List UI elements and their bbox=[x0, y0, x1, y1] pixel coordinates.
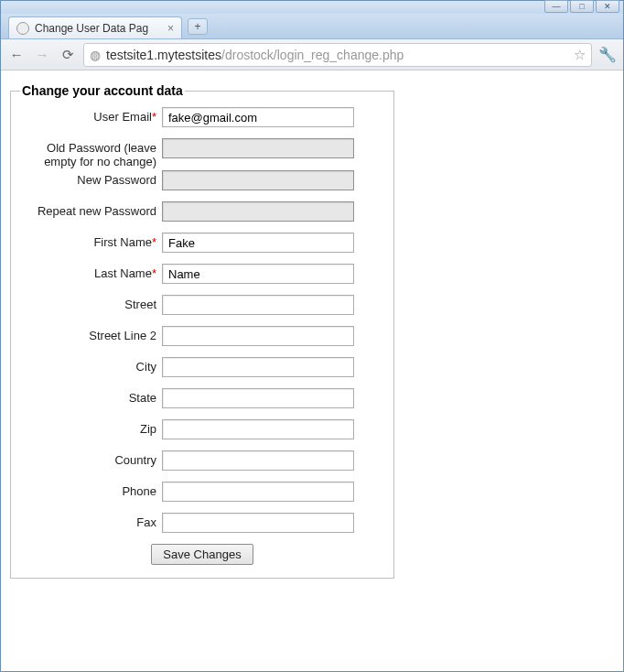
label-last-name: Last Name* bbox=[20, 264, 162, 280]
city-field[interactable] bbox=[162, 357, 354, 377]
label-country: Country bbox=[20, 450, 162, 467]
label-street: Street bbox=[20, 295, 162, 311]
label-phone: Phone bbox=[20, 482, 162, 498]
label-city: City bbox=[20, 357, 162, 374]
label-street2: Street Line 2 bbox=[20, 326, 162, 342]
tab-strip: Change User Data Pag × + bbox=[1, 14, 623, 39]
old-password-field[interactable] bbox=[162, 138, 354, 158]
save-changes-button[interactable]: Save Changes bbox=[151, 544, 253, 565]
tab-close-icon[interactable]: × bbox=[167, 22, 174, 35]
globe-icon bbox=[16, 22, 29, 35]
tab-title: Change User Data Pag bbox=[35, 22, 162, 35]
window-close-button[interactable]: ✕ bbox=[596, 0, 619, 13]
account-fieldset: Change your account data User Email* Old… bbox=[10, 83, 394, 579]
label-state: State bbox=[20, 388, 162, 405]
label-fax: Fax bbox=[20, 513, 162, 529]
label-repeat-password: Repeat new Password bbox=[20, 201, 162, 218]
window-maximize-button[interactable]: □ bbox=[570, 0, 594, 13]
page-content: Change your account data User Email* Old… bbox=[1, 70, 623, 671]
url-path: /drostock/login_reg_change.php bbox=[221, 48, 403, 62]
email-field[interactable] bbox=[162, 107, 354, 127]
window-controls: — □ ✕ bbox=[544, 0, 619, 13]
label-new-password: New Password bbox=[20, 170, 162, 187]
label-old-password: Old Password (leave empty for no change) bbox=[20, 138, 162, 168]
label-zip: Zip bbox=[20, 419, 162, 436]
street-field[interactable] bbox=[162, 295, 354, 315]
wrench-menu-icon[interactable]: 🔧 bbox=[597, 45, 618, 65]
address-bar[interactable]: ◍ testsite1.mytestsites/drostock/login_r… bbox=[83, 43, 592, 67]
url-text: testsite1.mytestsites/drostock/login_reg… bbox=[106, 48, 568, 62]
street2-field[interactable] bbox=[162, 326, 354, 346]
country-field[interactable] bbox=[162, 450, 354, 471]
zip-field[interactable] bbox=[162, 419, 354, 439]
bookmark-star-icon[interactable]: ☆ bbox=[574, 47, 586, 63]
back-button[interactable]: ← bbox=[6, 45, 27, 65]
browser-window: — □ ✕ Change User Data Pag × + ← → ⟳ ◍ t… bbox=[0, 0, 624, 672]
fieldset-legend: Change your account data bbox=[20, 83, 185, 98]
repeat-password-field[interactable] bbox=[162, 201, 354, 222]
browser-toolbar: ← → ⟳ ◍ testsite1.mytestsites/drostock/l… bbox=[1, 39, 623, 70]
state-field[interactable] bbox=[162, 388, 354, 408]
label-email: User Email* bbox=[20, 107, 162, 124]
first-name-field[interactable] bbox=[162, 233, 354, 253]
window-titlebar: — □ ✕ bbox=[1, 1, 623, 14]
new-tab-button[interactable]: + bbox=[188, 18, 208, 35]
fax-field[interactable] bbox=[162, 513, 354, 533]
window-minimize-button[interactable]: — bbox=[544, 0, 568, 13]
last-name-field[interactable] bbox=[162, 264, 354, 284]
browser-tab[interactable]: Change User Data Pag × bbox=[8, 16, 182, 38]
reload-button[interactable]: ⟳ bbox=[58, 45, 78, 65]
label-first-name: First Name* bbox=[20, 233, 162, 249]
forward-button[interactable]: → bbox=[32, 45, 52, 65]
phone-field[interactable] bbox=[162, 482, 354, 502]
globe-icon: ◍ bbox=[90, 48, 101, 62]
new-password-field[interactable] bbox=[162, 170, 354, 190]
url-host: testsite1.mytestsites bbox=[106, 48, 221, 62]
